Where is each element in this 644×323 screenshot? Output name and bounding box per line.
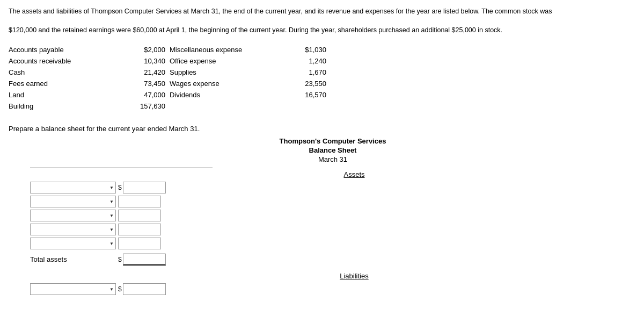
liability-dollar-sign-1: $ [118,285,122,293]
value-fees-earned: 73,450 [127,78,170,89]
asset-dropdown-4[interactable] [30,224,116,235]
value-wages-expense: 23,550 [288,78,331,89]
asset-input-4[interactable] [118,224,161,235]
asset-input-wrapper-3 [118,210,161,221]
value-land: 47,000 [127,89,170,101]
label-office-expense: Office expense [170,55,288,67]
asset-dropdown-1[interactable] [30,182,116,193]
asset-dropdown-wrapper-5[interactable] [30,238,116,249]
total-assets-input[interactable] [123,254,166,265]
label-fees-earned: Fees earned [9,78,127,89]
asset-dropdown-wrapper-2[interactable] [30,196,116,207]
liability-dropdown-1[interactable] [30,283,116,295]
asset-dropdown-wrapper-4[interactable] [30,224,116,235]
label-land: Land [9,89,127,101]
asset-input-wrapper-5 [118,238,161,249]
asset-row-2 [30,196,635,207]
total-assets-input-wrapper: $ [118,254,166,265]
asset-row-4 [30,224,635,235]
asset-row-1: $ [30,182,635,193]
value-dividends: 16,570 [288,89,331,101]
liability-input-wrapper-1: $ [118,283,166,295]
value-cash: 21,420 [127,67,170,78]
prepare-text: Prepare a balance sheet for the current … [9,125,635,133]
asset-input-1[interactable] [123,182,166,193]
asset-dropdown-5[interactable] [30,238,116,249]
label-building: Building [9,101,127,112]
intro-line1: The assets and liabilities of Thompson C… [9,6,631,17]
dollar-sign-1: $ [118,184,122,191]
asset-input-3[interactable] [118,210,161,221]
total-assets-label: Total assets [30,255,116,263]
intro-line2: $120,000 and the retained earnings were … [9,25,631,35]
label-accounts-receivable: Accounts receivable [9,55,127,67]
liabilities-section: Liabilities $ [30,272,635,295]
company-name: Thompson's Computer Services [30,137,635,145]
liability-row-1: $ [30,283,635,295]
label-cash: Cash [9,67,127,78]
sheet-title: Balance Sheet [30,146,635,154]
asset-input-wrapper-2 [118,196,161,207]
label-supplies: Supplies [170,67,288,78]
value-building: 157,630 [127,101,170,112]
balance-sheet: Thompson's Computer Services Balance She… [30,137,635,295]
asset-dropdown-2[interactable] [30,196,116,207]
sheet-date: March 31 [30,155,635,163]
label-misc-expense: Miscellaneous expense [170,44,288,55]
total-dollar-sign: $ [118,256,122,263]
asset-input-wrapper-1: $ [118,182,166,193]
total-assets-row: Total assets $ [30,254,635,265]
asset-input-5[interactable] [118,238,161,249]
label-dividends: Dividends [170,89,288,101]
value-accounts-payable: $2,000 [127,44,170,55]
top-rule [30,168,213,168]
data-table: Accounts payable $2,000 Miscellaneous ex… [9,44,635,112]
value-accounts-receivable: 10,340 [127,55,170,67]
value-office-expense: 1,240 [288,55,331,67]
asset-row-5 [30,238,635,249]
liability-input-1[interactable] [123,283,166,295]
assets-heading: Assets [73,170,635,178]
asset-input-wrapper-4 [118,224,161,235]
label-wages-expense: Wages expense [170,78,288,89]
asset-dropdown-wrapper-3[interactable] [30,210,116,221]
asset-dropdown-wrapper-1[interactable] [30,182,116,193]
liability-dropdown-wrapper-1[interactable] [30,283,116,295]
asset-dropdown-3[interactable] [30,210,116,221]
value-supplies: 1,670 [288,67,331,78]
liabilities-heading: Liabilities [73,272,635,280]
asset-row-3 [30,210,635,221]
value-misc-expense: $1,030 [288,44,331,55]
label-accounts-payable: Accounts payable [9,44,127,55]
asset-input-2[interactable] [118,196,161,207]
